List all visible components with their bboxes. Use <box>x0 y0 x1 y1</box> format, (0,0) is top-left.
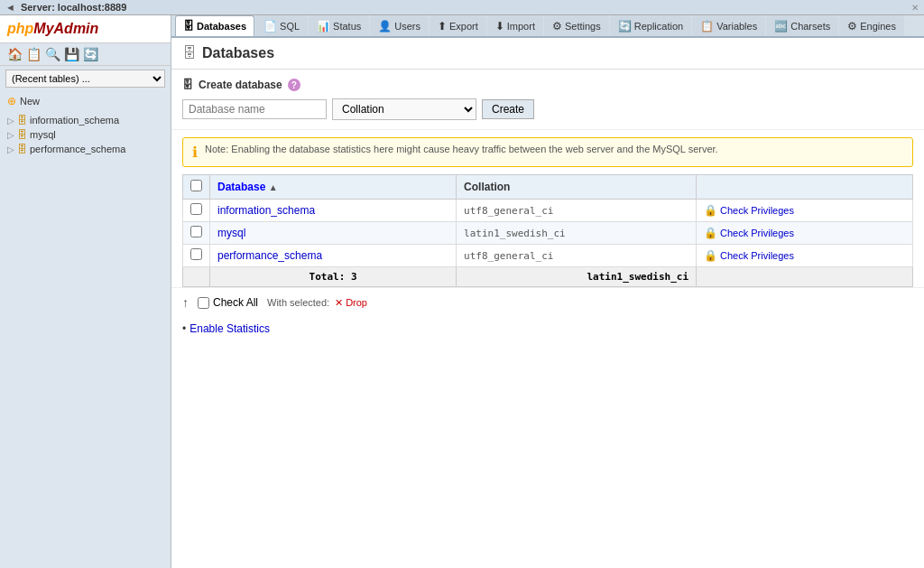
tab-replication-label: Replication <box>634 21 683 32</box>
col-header-database[interactable]: Database ▲ <box>210 175 457 200</box>
logo-myadmin: MyAdmin <box>33 21 98 36</box>
tab-variables[interactable]: 📋 Variables <box>692 15 765 36</box>
col-header-collation: Collation <box>457 175 697 200</box>
databases-tab-icon: 🗄 <box>183 20 194 33</box>
refresh-icon[interactable]: 🔄 <box>83 47 98 61</box>
db-link-information-schema[interactable]: information_schema <box>217 204 315 217</box>
table-footer-row: Total: 3 latin1_swedish_ci <box>183 267 913 287</box>
row-privileges-performance-schema: 🔒 Check Privileges <box>697 245 913 267</box>
select-all-checkbox-header[interactable] <box>190 180 202 191</box>
create-db-form: Collation Create <box>182 98 913 120</box>
create-db-header: 🗄 Create database ? <box>182 79 913 91</box>
table-row: information_schema utf8_general_ci 🔒 Che… <box>183 200 913 222</box>
scroll-top-arrow[interactable]: ↑ <box>182 295 189 310</box>
check-privileges-btn-performance-schema[interactable]: 🔒 Check Privileges <box>704 249 794 262</box>
database-col-label: Database <box>217 181 265 193</box>
enable-statistics-label: Enable Statistics <box>189 322 270 335</box>
row-check-information-schema[interactable] <box>183 200 210 222</box>
tree-item-label: mysql <box>30 129 56 140</box>
page-header: 🗄 Databases <box>171 38 924 70</box>
server-title: Server: localhost:8889 <box>21 2 126 13</box>
back-arrow[interactable]: ◄ <box>5 2 15 13</box>
query-icon[interactable]: 🔍 <box>45 47 60 61</box>
close-button[interactable]: ✕ <box>911 3 919 13</box>
with-selected-section: With selected: ✕ Drop <box>267 297 367 309</box>
table-row: mysql latin1_swedish_ci 🔒 Check Privileg… <box>183 222 913 245</box>
top-bar: ◄ Server: localhost:8889 ✕ <box>0 0 924 15</box>
db-link-performance-schema[interactable]: performance_schema <box>217 249 322 262</box>
table-icon[interactable]: 📋 <box>26 47 42 61</box>
total-label: Total: 3 <box>210 267 457 287</box>
export-icon[interactable]: 💾 <box>64 47 79 61</box>
row-collation-performance-schema: utf8_general_ci <box>457 245 697 267</box>
sidebar-item-performance-schema[interactable]: ▷ 🗄 performance_schema <box>4 142 167 156</box>
sidebar-item-information-schema[interactable]: ▷ 🗄 information_schema <box>4 113 167 127</box>
table-row: performance_schema utf8_general_ci 🔒 Che… <box>183 245 913 267</box>
charsets-tab-icon: 🔤 <box>774 20 788 33</box>
tab-export[interactable]: ⬆ Export <box>430 15 486 36</box>
create-button[interactable]: Create <box>482 99 534 119</box>
tab-sql[interactable]: 📄 SQL <box>255 15 308 36</box>
check-privileges-label: Check Privileges <box>720 205 794 216</box>
tree-item-label: performance_schema <box>30 144 125 154</box>
tab-settings[interactable]: ⚙ Settings <box>544 15 609 36</box>
tab-users-label: Users <box>394 21 420 32</box>
database-tree: ▷ 🗄 information_schema ▷ 🗄 mysql ▷ 🗄 per… <box>0 111 171 158</box>
row-checkbox[interactable] <box>190 226 202 237</box>
create-db-help-icon[interactable]: ? <box>288 79 300 91</box>
tab-charsets-label: Charsets <box>790 21 830 32</box>
check-all-label[interactable]: Check All <box>213 296 258 309</box>
info-icon: ℹ <box>192 144 198 161</box>
tab-charsets[interactable]: 🔤 Charsets <box>766 15 838 36</box>
recent-tables-select[interactable]: (Recent tables) ... <box>5 70 165 88</box>
import-tab-icon: ⬇ <box>495 20 504 33</box>
db-icon: 🗄 <box>17 115 27 126</box>
new-database-link[interactable]: ⊕ New <box>0 91 171 111</box>
sort-arrow-icon: ▲ <box>269 182 278 192</box>
recent-tables-dropdown[interactable]: (Recent tables) ... <box>0 66 171 91</box>
export-tab-icon: ⬆ <box>438 20 447 33</box>
database-table-section: Database ▲ Collation <box>171 174 924 287</box>
lock-icon: 🔒 <box>704 204 717 217</box>
drop-button[interactable]: ✕ Drop <box>335 297 367 309</box>
database-name-input[interactable] <box>182 99 327 119</box>
tab-status-label: Status <box>333 21 361 32</box>
enable-statistics-section: Enable Statistics <box>171 317 924 340</box>
row-checkbox[interactable] <box>190 248 202 260</box>
page-title: Databases <box>202 45 274 61</box>
sidebar-toolbar: 🏠 📋 🔍 💾 🔄 <box>0 43 171 66</box>
tab-databases-label: Databases <box>197 21 246 32</box>
warning-text: Note: Enabling the database statistics h… <box>205 144 718 154</box>
collation-select[interactable]: Collation <box>332 98 476 120</box>
check-privileges-btn-mysql[interactable]: 🔒 Check Privileges <box>704 227 794 239</box>
expand-icon: ▷ <box>7 130 14 140</box>
home-icon[interactable]: 🏠 <box>7 47 23 61</box>
row-check-performance-schema[interactable] <box>183 245 210 267</box>
total-collation: latin1_swedish_ci <box>457 267 697 287</box>
tab-replication[interactable]: 🔄 Replication <box>610 15 691 36</box>
tab-variables-label: Variables <box>716 21 757 32</box>
tab-status[interactable]: 📊 Status <box>309 15 369 36</box>
settings-tab-icon: ⚙ <box>552 20 562 33</box>
row-checkbox[interactable] <box>190 203 202 215</box>
enable-statistics-link[interactable]: Enable Statistics <box>182 322 913 335</box>
lock-icon: 🔒 <box>704 227 717 239</box>
check-privileges-label: Check Privileges <box>720 250 794 261</box>
expand-icon: ▷ <box>7 116 14 126</box>
col-header-privileges <box>697 175 913 200</box>
new-icon: ⊕ <box>7 95 16 107</box>
row-check-mysql[interactable] <box>183 222 210 245</box>
tab-engines[interactable]: ⚙ Engines <box>839 15 904 36</box>
db-link-mysql[interactable]: mysql <box>217 227 245 239</box>
tab-users[interactable]: 👤 Users <box>370 15 429 36</box>
tab-import[interactable]: ⬇ Import <box>487 15 543 36</box>
check-all-checkbox[interactable] <box>198 297 209 309</box>
collation-col-label: Collation <box>464 181 510 193</box>
replication-tab-icon: 🔄 <box>618 20 632 33</box>
check-privileges-btn-information-schema[interactable]: 🔒 Check Privileges <box>704 204 794 217</box>
users-tab-icon: 👤 <box>378 20 392 33</box>
tab-databases[interactable]: 🗄 Databases <box>175 15 254 36</box>
sidebar-item-mysql[interactable]: ▷ 🗄 mysql <box>4 127 167 142</box>
footer-check-cell <box>183 267 210 287</box>
tab-import-label: Import <box>507 21 535 32</box>
